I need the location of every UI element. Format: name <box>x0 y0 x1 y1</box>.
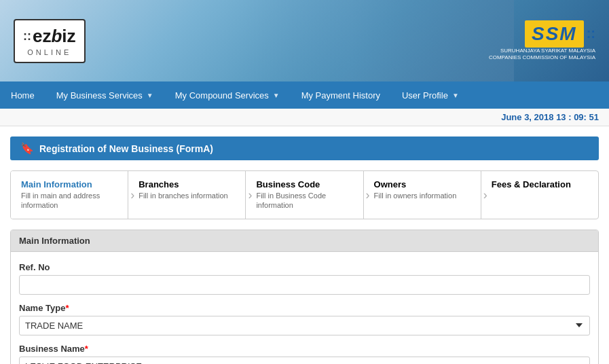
wizard-step-fees-declaration[interactable]: Fees & Declaration <box>481 171 598 219</box>
wizard-step-branches[interactable]: Branches Fill in branches information › <box>128 171 246 219</box>
step-desc-main: Fill in main and address information <box>21 191 117 211</box>
nav-my-payment-history[interactable]: My Payment History <box>291 81 391 109</box>
date-time-bar: June 3, 2018 13 : 09: 51 <box>0 109 609 126</box>
business-name-input[interactable] <box>19 357 590 364</box>
logo-online: ONLINE <box>23 48 76 56</box>
step-title-fees: Fees & Declaration <box>492 179 571 189</box>
ssm-company-name: SURUHANJAYA SYARIKAT MALAYSIA <box>500 48 595 54</box>
form-section-header: Main Information <box>11 230 598 252</box>
nav-user-profile[interactable]: User Profile ▼ <box>391 81 470 109</box>
main-content: Main Information Fill in main and addres… <box>0 164 609 364</box>
wizard-step-owners[interactable]: Owners Fill in owners information › <box>364 171 481 219</box>
ssm-dots-icon: :: <box>587 26 595 41</box>
nav-home-label: Home <box>11 90 35 101</box>
step-title-main: Main Information <box>21 179 117 189</box>
chevron-down-icon: ▼ <box>273 92 280 99</box>
name-type-label: Name Type* <box>19 303 590 313</box>
step-title-branches: Branches <box>139 179 227 189</box>
nav-business-label: My Business Services <box>56 90 143 101</box>
date-time-text: June 3, 2018 13 : 09: 51 <box>501 112 599 122</box>
logo-ez: ezbiz <box>33 26 76 47</box>
page-title: Registration of New Business (FormA) <box>39 143 213 154</box>
nav-my-business-services[interactable]: My Business Services ▼ <box>45 81 164 109</box>
step-desc-owners: Fill in owners information <box>374 191 457 200</box>
step-title-owners: Owners <box>374 179 457 189</box>
business-name-label: Business Name* <box>19 344 590 354</box>
header-building-overlay <box>242 0 514 81</box>
nav-payment-label: My Payment History <box>301 90 380 101</box>
ref-no-input[interactable] <box>19 275 590 295</box>
nav-compound-label: My Compound Services <box>175 90 269 101</box>
wizard-step-business-code[interactable]: Business Code Fill in Business Code info… <box>246 171 363 219</box>
header: :: ezbiz ONLINE SSM :: SURUHANJAYA SYARI… <box>0 0 609 81</box>
navbar: Home My Business Services ▼ My Compound … <box>0 81 609 109</box>
step-arrow-icon: › <box>248 187 252 202</box>
step-arrow-icon: › <box>366 187 370 202</box>
ssm-logo-block: SSM :: SURUHANJAYA SYARIKAT MALAYSIA COM… <box>489 20 595 62</box>
step-title-business-code: Business Code <box>256 179 352 189</box>
main-information-form: Main Information Ref. No Name Type* TRAD… <box>10 230 599 364</box>
ssm-badge: SSM <box>525 20 584 48</box>
chevron-down-icon: ▼ <box>452 92 459 99</box>
form-section-title: Main Information <box>19 236 90 246</box>
required-marker: * <box>65 303 69 313</box>
business-name-group: Business Name* <box>19 344 590 364</box>
nav-user-label: User Profile <box>402 90 448 101</box>
step-arrow-icon: › <box>483 187 487 202</box>
step-arrow-icon: › <box>130 187 134 202</box>
logo-dots: :: <box>23 29 31 43</box>
step-wizard: Main Information Fill in main and addres… <box>10 170 599 219</box>
chevron-down-icon: ▼ <box>147 92 153 99</box>
nav-home[interactable]: Home <box>0 81 45 109</box>
name-type-group: Name Type* TRADE NAME BUSINESS NAME TRAD… <box>19 303 590 335</box>
page-title-bar: 🔖 Registration of New Business (FormA) <box>10 136 599 160</box>
ssm-company-subtitle: COMPANIES COMMISSION OF MALAYSIA <box>489 54 595 61</box>
required-marker: * <box>85 344 88 354</box>
step-desc-business-code: Fill in Business Code information <box>256 191 352 211</box>
wizard-step-main-information[interactable]: Main Information Fill in main and addres… <box>11 171 128 219</box>
nav-my-compound-services[interactable]: My Compound Services ▼ <box>164 81 291 109</box>
ref-no-group: Ref. No <box>19 262 590 295</box>
step-desc-branches: Fill in branches information <box>139 191 227 200</box>
form-body: Ref. No Name Type* TRADE NAME BUSINESS N… <box>11 252 598 364</box>
bookmark-icon: 🔖 <box>20 142 34 155</box>
ref-no-label: Ref. No <box>19 262 590 272</box>
name-type-select[interactable]: TRADE NAME BUSINESS NAME TRADE MARK <box>19 316 590 335</box>
ezbiz-logo: :: ezbiz ONLINE <box>14 19 86 63</box>
